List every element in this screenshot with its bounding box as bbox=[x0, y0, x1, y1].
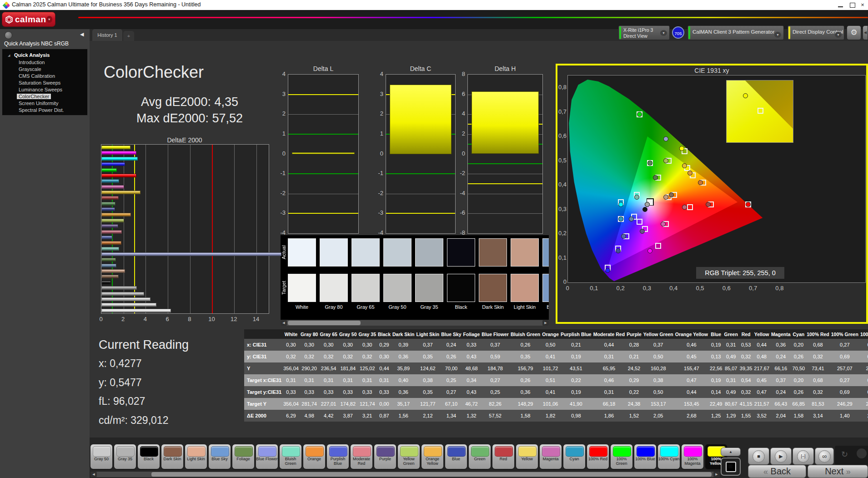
table-cell: 2,68 bbox=[674, 410, 709, 422]
tree-expander-icon[interactable]: ◢ bbox=[8, 54, 10, 57]
scroll-left-icon[interactable]: ◀ bbox=[90, 472, 97, 477]
swatch-scrollbar[interactable]: ◀ ▶ bbox=[281, 320, 549, 326]
patch-orange[interactable]: Orange bbox=[303, 444, 325, 469]
table-cell: 85,07 bbox=[723, 362, 738, 374]
patch-moderate-red[interactable]: Moderate Red bbox=[351, 444, 372, 469]
sidebar-item-screen-uniformity[interactable]: Screen Uniformity bbox=[17, 101, 60, 106]
table-cell: 1,34 bbox=[440, 410, 462, 422]
patch-100pct-cyan[interactable]: 100% Cyan bbox=[658, 444, 680, 469]
scroll-right-icon[interactable]: ▶ bbox=[713, 472, 720, 477]
patch-gray-50[interactable]: Gray 50 bbox=[90, 444, 112, 469]
tab-history-1[interactable]: History 1 bbox=[92, 29, 122, 41]
patch-orange-yellow[interactable]: Orange Yellow bbox=[421, 444, 443, 469]
patch-label: Gray 35 bbox=[114, 457, 136, 461]
swatch-scrollbar-thumb[interactable] bbox=[288, 321, 361, 325]
patch-bluish-green[interactable]: Bluish Green bbox=[280, 444, 301, 469]
chevron-down-icon[interactable]: ▼ bbox=[835, 32, 842, 38]
table-cell: 153,45 bbox=[674, 398, 709, 410]
table-cell: 0,13 bbox=[709, 351, 723, 362]
patch-green[interactable]: Green bbox=[469, 444, 491, 469]
next-button[interactable]: Next » bbox=[808, 465, 868, 478]
display-control-dropdown[interactable]: Direct Display Control ▼ bbox=[788, 25, 844, 40]
maximize-button[interactable] bbox=[847, 1, 858, 9]
swatch-target-gray-65 bbox=[351, 274, 380, 302]
patch-100pct-red[interactable]: 100% Red bbox=[587, 444, 609, 469]
patch-scrollbar-thumb[interactable] bbox=[151, 472, 712, 477]
swatch-actual-black bbox=[447, 238, 475, 267]
table-cell: 0,27 bbox=[830, 374, 859, 386]
patch-100pct-magenta[interactable]: 100% Magenta bbox=[682, 444, 703, 469]
patch-foliage[interactable]: Foliage bbox=[232, 444, 254, 469]
patch-yellow[interactable]: Yellow bbox=[516, 444, 538, 469]
scroll-right-icon[interactable]: ▶ bbox=[542, 320, 549, 326]
sidebar-item-cms-calibration[interactable]: CMS Calibration bbox=[17, 73, 57, 79]
patch-light-skin[interactable]: Light Skin bbox=[185, 444, 207, 469]
patch-dark-skin[interactable]: Dark Skin bbox=[161, 444, 183, 469]
table-cell: 24,38 bbox=[626, 398, 642, 410]
sidebar-item-colorchecker[interactable]: ColorChecker bbox=[17, 94, 51, 99]
patch-blue-sky[interactable]: Blue Sky bbox=[209, 444, 231, 469]
patch-chip-cyan bbox=[566, 446, 584, 457]
play-button[interactable]: ▶ bbox=[770, 448, 792, 465]
chevron-down-icon[interactable]: ▼ bbox=[774, 32, 781, 38]
sidebar-item-spectral-power-dist-[interactable]: Spectral Power Dist. bbox=[17, 107, 66, 113]
page-title: ColorChecker bbox=[104, 63, 204, 82]
scroll-left-icon[interactable]: ◀ bbox=[281, 320, 287, 326]
cie-xtick-3: 0,3 bbox=[640, 285, 654, 292]
meter-dropdown[interactable]: X-Rite i1Pro 3 Direct View ▼ bbox=[618, 25, 670, 40]
deltae-chart bbox=[101, 144, 269, 314]
chevron-down-icon[interactable]: ▼ bbox=[660, 30, 667, 36]
sidebar-item-introduction[interactable]: Introduction bbox=[17, 60, 46, 65]
table-cell: 1,25 bbox=[709, 410, 723, 422]
pattern-generator-dropdown[interactable]: CalMAN Client 3 Pattern Generator ▼ bbox=[687, 25, 784, 40]
table-col-blue-sky: Blue Sky bbox=[440, 329, 462, 339]
pattern-window-button[interactable] bbox=[721, 458, 741, 476]
table-cell: 0,24 bbox=[440, 339, 462, 351]
table-row-label: Target x:CIE31 bbox=[244, 374, 282, 386]
patch-gray-35[interactable]: Gray 35 bbox=[114, 444, 136, 469]
cie-chart bbox=[567, 75, 866, 283]
sidebar-item-luminance-sweeps[interactable]: Luminance Sweeps bbox=[17, 87, 64, 92]
table-col-blue: Blue bbox=[709, 329, 723, 339]
deltae-bar-gray-65 bbox=[101, 297, 151, 301]
refresh-icon[interactable]: ↻ bbox=[841, 449, 848, 459]
table-cell: 66,43 bbox=[770, 398, 792, 410]
patch-red[interactable]: Red bbox=[492, 444, 514, 469]
logo-menu-chevron-icon[interactable]: ▼ bbox=[46, 16, 53, 23]
delta-l-ytick-4: 4 bbox=[276, 70, 286, 77]
patch-blue[interactable]: Blue bbox=[445, 444, 467, 469]
minimize-button[interactable] bbox=[835, 1, 846, 9]
patch-blue-flower[interactable]: Blue Flower bbox=[256, 444, 278, 469]
patch-purple[interactable]: Purple bbox=[374, 444, 396, 469]
patch-yellow-green[interactable]: Yellow Green bbox=[398, 444, 420, 469]
patch-black[interactable]: Black bbox=[138, 444, 160, 469]
sidebar-dot-button[interactable] bbox=[5, 31, 12, 39]
sidebar-item-saturation-sweeps[interactable]: Saturation Sweeps bbox=[17, 80, 62, 86]
table-cell: 1,32 bbox=[462, 410, 481, 422]
patch-cyan[interactable]: Cyan bbox=[563, 444, 585, 469]
calman-logo-button[interactable]: calman ▼ bbox=[2, 12, 55, 27]
pattern-step-button[interactable]: [–] bbox=[793, 448, 814, 465]
patch-purplish-blue[interactable]: Purplish Blue bbox=[327, 444, 349, 469]
sidebar-collapse-icon[interactable]: ◀ bbox=[80, 31, 84, 37]
tree-root-quick-analysis[interactable]: Quick Analysis bbox=[14, 52, 50, 58]
table-cell: 0,06 bbox=[859, 386, 868, 398]
pattern-list-collapse-button[interactable]: ▲ bbox=[721, 448, 741, 456]
patch-100pct-blue[interactable]: 100% Blue bbox=[634, 444, 656, 469]
gear-icon[interactable]: ⚙ bbox=[847, 25, 861, 40]
patch-100pct-green[interactable]: 100% Green bbox=[611, 444, 632, 469]
pattern-window-icon bbox=[726, 462, 736, 472]
patch-magenta[interactable]: Magenta bbox=[540, 444, 562, 469]
back-button[interactable]: « Back bbox=[748, 465, 806, 478]
patch-strip-scrollbar[interactable]: ◀ ▶ bbox=[90, 472, 720, 477]
continuous-read-button[interactable]: ∞ bbox=[815, 448, 834, 465]
sidebar-item-grayscale[interactable]: Grayscale bbox=[17, 66, 43, 72]
deltae-xtick-4: 4 bbox=[140, 316, 151, 322]
collapse-panel-icon[interactable]: ◀ bbox=[863, 25, 868, 40]
meter-badge[interactable]: 705 bbox=[672, 26, 684, 39]
stop-button[interactable]: ■ bbox=[748, 448, 769, 465]
patch-label: Gray 50 bbox=[90, 457, 112, 461]
add-tab-button[interactable]: + bbox=[123, 31, 134, 41]
close-button[interactable]: × bbox=[857, 1, 868, 9]
table-cell: 0,87 bbox=[377, 410, 391, 422]
